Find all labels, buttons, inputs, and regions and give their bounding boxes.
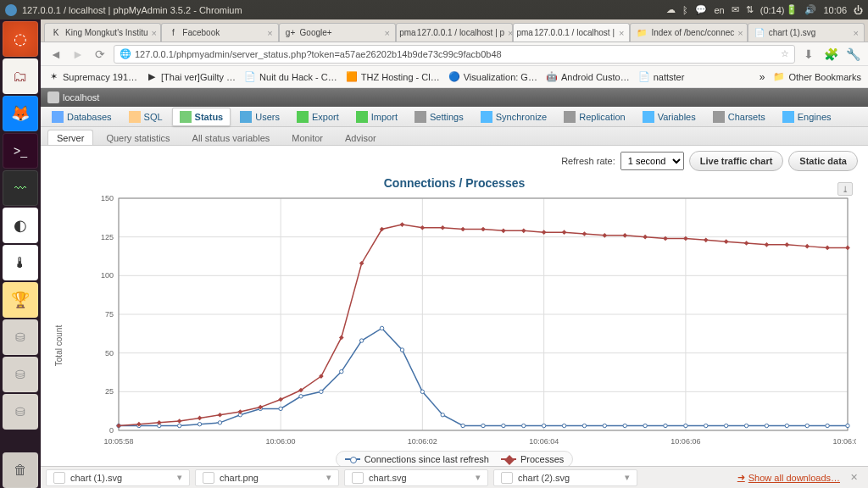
download-item[interactable]: chart.png▾ bbox=[195, 469, 339, 486]
network-icon[interactable]: ⇅ bbox=[746, 4, 754, 15]
bookmark-item[interactable]: ✶Supremacy 191… bbox=[47, 71, 137, 83]
legend-item[interactable]: Connections since last refresh bbox=[345, 454, 489, 464]
browser-tab[interactable]: 📄chart (1).svg× bbox=[748, 23, 865, 42]
browser-tab[interactable]: pma127.0.0.1 / localhost |× bbox=[513, 23, 630, 42]
browser-tab[interactable]: 📁Index of /benc/connec× bbox=[630, 23, 747, 42]
tab-close-icon[interactable]: × bbox=[267, 28, 272, 38]
app-thermometer-icon[interactable]: 🌡 bbox=[3, 245, 38, 280]
download-filename: chart.svg bbox=[369, 473, 407, 483]
download-menu-icon[interactable]: ▾ bbox=[177, 472, 182, 483]
bookmark-item[interactable]: 📄nattster bbox=[638, 71, 685, 83]
pma-tab-synchronize[interactable]: Synchronize bbox=[473, 108, 555, 126]
svg-point-77 bbox=[765, 424, 768, 427]
download-item[interactable]: chart (1).svg▾ bbox=[46, 469, 190, 486]
subtab-advisor[interactable]: Advisor bbox=[336, 130, 386, 145]
tab-label: Google+ bbox=[300, 28, 332, 37]
live-traffic-button[interactable]: Live traffic chart bbox=[689, 151, 784, 171]
bookmarks-overflow-icon[interactable]: » bbox=[760, 71, 765, 83]
app-trophy-icon[interactable]: 🏆 bbox=[3, 282, 38, 318]
reload-button[interactable]: ⟳ bbox=[92, 46, 108, 63]
battery-indicator[interactable]: (0:14) 🔋 bbox=[760, 4, 798, 15]
download-menu-icon[interactable]: ▾ bbox=[326, 472, 331, 483]
chart-action-row: Refresh rate: 1 second Live traffic char… bbox=[41, 146, 868, 176]
legend-swatch bbox=[345, 458, 360, 460]
pma-tab-databases[interactable]: Databases bbox=[44, 108, 120, 126]
wrench-menu-icon[interactable]: 🔧 bbox=[844, 46, 861, 63]
refresh-rate-select[interactable]: 1 second bbox=[620, 152, 684, 170]
address-bar[interactable]: 🌐 127.0.0.1/phpmyadmin/server_status.php… bbox=[114, 45, 795, 64]
bookmark-favicon: ✶ bbox=[47, 71, 59, 83]
clock[interactable]: 10:06 bbox=[823, 5, 847, 15]
chromium-icon[interactable]: ◐ bbox=[3, 208, 38, 243]
legend-item[interactable]: Processes bbox=[501, 454, 564, 464]
other-bookmarks-folder[interactable]: 📁 Other Bookmarks bbox=[773, 71, 861, 83]
svg-rect-103 bbox=[542, 230, 547, 235]
static-data-button[interactable]: Static data bbox=[788, 151, 858, 171]
bookmark-item[interactable]: 🤖Android Custo… bbox=[546, 71, 630, 83]
tab-favicon: f bbox=[167, 27, 179, 39]
download-item[interactable]: chart (2).svg▾ bbox=[493, 469, 637, 486]
mail-icon[interactable]: ✉ bbox=[732, 4, 739, 15]
subtab-query-statistics[interactable]: Query statistics bbox=[97, 130, 179, 145]
firefox-icon[interactable]: 🦊 bbox=[3, 96, 38, 131]
svg-point-63 bbox=[481, 424, 485, 427]
bookmark-favicon: ▶ bbox=[146, 71, 158, 83]
bluetooth-icon[interactable]: ᛒ bbox=[682, 5, 688, 15]
pma-tab-sql[interactable]: SQL bbox=[121, 108, 170, 126]
download-menu-icon[interactable]: ▾ bbox=[625, 472, 630, 483]
breadcrumb-host[interactable]: localhost bbox=[63, 92, 99, 103]
bookmark-item[interactable]: 📄Nuit du Hack - C… bbox=[244, 71, 337, 83]
tab-close-icon[interactable]: × bbox=[737, 28, 743, 38]
drive-icon-3[interactable]: ⛁ bbox=[3, 394, 38, 430]
browser-tab[interactable]: fFacebook× bbox=[161, 23, 278, 42]
files-icon[interactable]: 🗂 bbox=[3, 58, 38, 94]
language-indicator[interactable]: en bbox=[714, 5, 724, 15]
download-menu-icon[interactable]: ▾ bbox=[476, 472, 481, 483]
browser-tab[interactable]: pma127.0.0.1 / localhost | p× bbox=[396, 23, 513, 42]
session-icon[interactable]: ⏻ bbox=[854, 5, 863, 15]
pma-tab-export[interactable]: Export bbox=[289, 108, 347, 126]
trash-icon[interactable]: 🗑 bbox=[3, 452, 38, 488]
pma-tab-replication[interactable]: Replication bbox=[556, 108, 632, 126]
svg-text:75: 75 bbox=[105, 310, 114, 319]
download-item[interactable]: chart.svg▾ bbox=[344, 469, 488, 486]
pma-tab-import[interactable]: Import bbox=[348, 108, 405, 126]
back-button[interactable]: ◄ bbox=[47, 46, 64, 63]
system-monitor-icon[interactable]: 〰 bbox=[3, 170, 38, 206]
tab-close-icon[interactable]: × bbox=[152, 28, 157, 38]
pma-tab-variables[interactable]: Variables bbox=[635, 108, 704, 126]
tab-close-icon[interactable]: × bbox=[384, 28, 389, 38]
drive-icon-2[interactable]: ⛁ bbox=[3, 357, 38, 392]
subtab-monitor[interactable]: Monitor bbox=[282, 130, 332, 145]
download-filename: chart (2).svg bbox=[518, 473, 570, 483]
bookmark-item[interactable]: ▶[Thai ver]Guilty … bbox=[146, 71, 236, 83]
extension-icon-2[interactable]: 🧩 bbox=[822, 46, 839, 63]
bookmark-favicon: 🔵 bbox=[448, 71, 460, 83]
bookmark-label: Supremacy 191… bbox=[63, 72, 137, 82]
browser-tab[interactable]: KKing Mongkut's Institu× bbox=[44, 23, 161, 42]
dash-icon[interactable]: ◌ bbox=[3, 21, 38, 57]
bookmark-star-icon[interactable]: ☆ bbox=[781, 48, 789, 59]
tab-close-icon[interactable]: × bbox=[619, 28, 624, 38]
svg-point-59 bbox=[400, 348, 403, 352]
show-all-downloads-link[interactable]: ➜ Show all downloads… bbox=[737, 472, 840, 483]
pma-tab-charsets[interactable]: Charsets bbox=[705, 108, 773, 126]
tab-close-icon[interactable]: × bbox=[854, 28, 859, 38]
extension-icon-1[interactable]: ⬇ bbox=[800, 46, 817, 63]
downloads-bar-close[interactable]: ✕ bbox=[845, 472, 863, 483]
terminal-icon[interactable]: >_ bbox=[3, 133, 38, 169]
subtab-all-status-variables[interactable]: All status variables bbox=[183, 130, 280, 145]
pma-tab-status[interactable]: Status bbox=[172, 108, 231, 126]
browser-tab[interactable]: g+Google+× bbox=[279, 23, 396, 42]
weather-icon[interactable]: ☁ bbox=[666, 4, 676, 15]
subtab-server[interactable]: Server bbox=[47, 130, 93, 145]
pma-tab-users[interactable]: Users bbox=[232, 108, 287, 126]
volume-icon[interactable]: 🔊 bbox=[804, 4, 816, 15]
forward-button[interactable]: ► bbox=[70, 46, 86, 63]
pma-tab-engines[interactable]: Engines bbox=[775, 108, 839, 126]
bookmark-item[interactable]: 🟧THZ Hosting - Cl… bbox=[346, 71, 440, 83]
pma-tab-settings[interactable]: Settings bbox=[407, 108, 471, 126]
chat-icon[interactable]: 💬 bbox=[695, 4, 707, 15]
drive-icon-1[interactable]: ⛁ bbox=[3, 319, 38, 355]
bookmark-item[interactable]: 🔵Visualization: G… bbox=[448, 71, 537, 83]
